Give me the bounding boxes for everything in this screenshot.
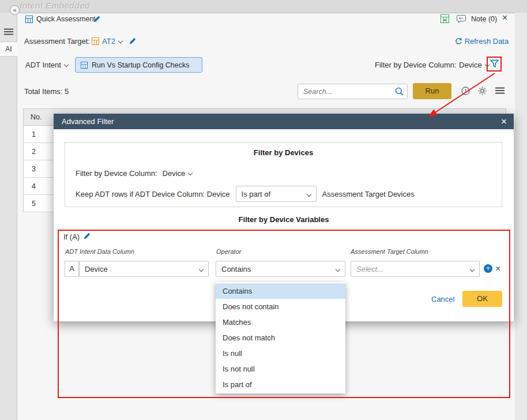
- keep-rows-row: Keep ADT rows if ADT Device Column: Devi…: [76, 186, 415, 202]
- condition-key-box: A: [65, 261, 79, 277]
- target-column-placeholder: Select...: [356, 265, 383, 273]
- run-checks-label: Run Vs Startup Config Checks: [92, 61, 190, 69]
- collapse-panel-button[interactable]: «: [10, 5, 20, 15]
- search-input[interactable]: [298, 84, 393, 99]
- filter-column-value: Device: [459, 61, 482, 69]
- remove-condition-icon[interactable]: ×: [495, 261, 500, 277]
- if-label: If (A): [63, 232, 80, 241]
- window-title: Intent Embedded: [20, 1, 90, 10]
- operator-option[interactable]: Is not null: [216, 361, 345, 377]
- ok-button[interactable]: OK: [462, 291, 502, 307]
- window-title-strip: Intent Embedded: [0, 0, 527, 13]
- variables-section-title: Filter by Device Variables: [54, 215, 514, 224]
- col-label-data-column: ADT Intent Data Column: [65, 248, 134, 255]
- operator-select[interactable]: Contains: [216, 261, 345, 277]
- data-column-value: Device: [85, 265, 108, 273]
- close-panel-icon[interactable]: ×: [502, 13, 507, 23]
- operator-dropdown-list: Contains Does not contain Matches Does n…: [216, 282, 345, 393]
- operator-option[interactable]: Is null: [216, 346, 345, 361]
- device-column-value: Device: [163, 169, 186, 178]
- collapse-icon: «: [13, 6, 16, 13]
- col-label-target-column: Assessment Target Column: [351, 248, 428, 255]
- export-table-icon[interactable]: [441, 14, 449, 25]
- hamburger-menu-icon[interactable]: [4, 28, 13, 37]
- chevron-down-icon: [336, 267, 340, 272]
- filter-column-label: Filter by Device Column:: [375, 61, 457, 69]
- if-row: If (A): [63, 232, 91, 241]
- note-toggle[interactable]: Note (0): [471, 15, 497, 23]
- advanced-filter-funnel-icon[interactable]: [490, 59, 499, 70]
- plus-glyph: +: [486, 264, 490, 272]
- assessment-target-dropdown[interactable]: AT2: [102, 37, 122, 46]
- target-column-select[interactable]: Select...: [351, 261, 480, 277]
- refresh-icon: [455, 38, 462, 45]
- history-clock-icon[interactable]: [461, 87, 470, 97]
- filter-column-dropdown[interactable]: Device: [459, 61, 489, 69]
- edit-target-pencil-icon[interactable]: [129, 38, 136, 46]
- keep-operator-value: Is part of: [242, 190, 271, 198]
- ai-tab-label: AI: [5, 45, 12, 53]
- chevron-down-icon: [64, 62, 69, 67]
- modal-title: Advanced Filter: [62, 117, 114, 126]
- operator-option[interactable]: Contains: [216, 283, 345, 299]
- chevron-down-icon: [470, 267, 475, 272]
- col-label-operator: Operator: [216, 248, 241, 255]
- search-box: [298, 84, 408, 99]
- operator-value: Contains: [221, 265, 251, 273]
- assessment-target-label: Assessment Target:: [24, 37, 90, 46]
- rename-panel-pencil-icon[interactable]: [93, 16, 100, 24]
- run-button[interactable]: Run: [413, 83, 451, 99]
- panel-title: Quick Assessment: [36, 15, 96, 23]
- device-column-dropdown[interactable]: Device: [163, 169, 193, 178]
- operator-option[interactable]: Is part of: [216, 377, 345, 392]
- adt-intent-label: ADT Intent: [25, 61, 61, 69]
- search-icon[interactable]: [395, 87, 404, 97]
- refresh-label: Refresh Data: [465, 37, 509, 46]
- data-column-select[interactable]: Device: [79, 261, 209, 277]
- refresh-data-link[interactable]: Refresh Data: [455, 37, 509, 46]
- assessment-target-icon: [92, 38, 99, 47]
- keep-rows-label: Keep ADT rows if ADT Device Column: Devi…: [76, 190, 230, 198]
- condition-key: A: [69, 264, 74, 273]
- total-items-label: Total Items: 5: [24, 87, 69, 96]
- chevron-down-icon: [188, 171, 193, 175]
- table-header-no: No.: [31, 113, 42, 121]
- menu-icon[interactable]: [495, 87, 505, 96]
- devices-section-title: Filter by Devices: [65, 148, 502, 157]
- assessment-target-value: AT2: [102, 37, 115, 46]
- cancel-button[interactable]: Cancel: [431, 295, 454, 303]
- chevron-down-icon: [485, 62, 490, 67]
- operator-option[interactable]: Does not match: [216, 330, 345, 346]
- feedback-bubble-icon[interactable]: [457, 15, 466, 25]
- screen: { "window": { "title": "Intent Embedded"…: [0, 0, 527, 420]
- run-checks-button[interactable]: Run Vs Startup Config Checks: [75, 57, 202, 73]
- device-column-label: Filter by Device Column:: [76, 169, 157, 178]
- modal-close-icon[interactable]: ×: [501, 117, 507, 126]
- device-column-row: Filter by Device Column: Device: [76, 169, 192, 178]
- operator-option[interactable]: Matches: [216, 314, 345, 330]
- filter-by-devices-box: Filter by Devices Filter by Device Colum…: [65, 142, 502, 207]
- operator-option[interactable]: Does not contain: [216, 299, 345, 314]
- adt-intent-dropdown[interactable]: ADT Intent: [25, 61, 68, 69]
- quick-assessment-icon: [25, 16, 33, 25]
- keep-operator-select[interactable]: Is part of: [236, 186, 317, 202]
- chevron-down-icon: [306, 192, 311, 197]
- left-rail: AI: [0, 13, 17, 420]
- chevron-down-icon: [118, 39, 123, 43]
- settings-gear-icon[interactable]: [478, 87, 487, 97]
- chevron-down-icon: [199, 267, 204, 272]
- edit-expression-pencil-icon[interactable]: [84, 232, 91, 241]
- keep-rows-suffix: Assessment Target Devices: [322, 190, 415, 198]
- modal-header: Advanced Filter ×: [54, 114, 514, 129]
- ai-tab[interactable]: AI: [0, 42, 17, 57]
- add-condition-icon[interactable]: +: [484, 264, 492, 273]
- grid-icon: [81, 62, 88, 69]
